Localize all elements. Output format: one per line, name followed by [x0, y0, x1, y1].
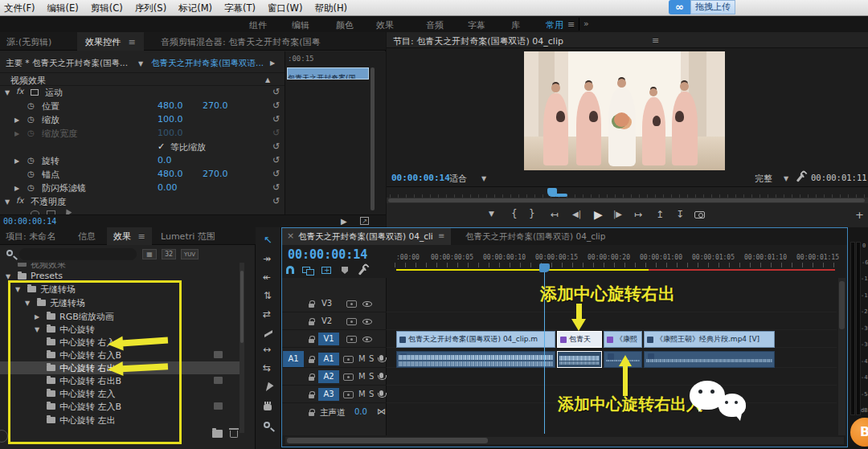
lane-v2[interactable]: [387, 313, 837, 330]
reset-icon[interactable]: ↺: [272, 169, 280, 179]
playback-resolution-select[interactable]: 完整: [755, 173, 772, 185]
lock-icon[interactable]: [309, 412, 314, 416]
panel-menu-icon[interactable]: ≡: [138, 231, 145, 242]
scale-value[interactable]: 100.0: [158, 114, 183, 124]
effect-row-antiflicker[interactable]: ▶ ◷ 防闪烁滤镜 0.00 ↺: [0, 182, 285, 195]
timeline-tab-active[interactable]: × 包青天之开封奇案(国粤双语) 04_clip ≡: [282, 228, 451, 245]
lock-icon[interactable]: [309, 359, 314, 363]
extract-button[interactable]: ↧: [676, 210, 684, 219]
track-header-a3[interactable]: A3 M S: [282, 386, 387, 403]
anchor-x-value[interactable]: 480.0: [158, 169, 183, 179]
program-scrubber[interactable]: [387, 186, 868, 198]
menu-sequence[interactable]: 序列(S): [135, 2, 166, 14]
solo-button[interactable]: S: [369, 355, 374, 363]
mini-clip-bar[interactable]: 包青天之开封奇案(国: [287, 67, 369, 80]
ripple-edit-tool[interactable]: ↞: [263, 272, 271, 282]
lock-icon[interactable]: [309, 377, 314, 381]
program-scrollbar[interactable]: [387, 198, 868, 203]
goto-out-button[interactable]: ↦: [634, 210, 642, 219]
program-timecode[interactable]: 00:00:00:14: [391, 173, 450, 183]
chevron-right-icon[interactable]: ▶: [270, 59, 275, 67]
anchor-y-value[interactable]: 270.0: [203, 169, 228, 179]
scrollbar-handle[interactable]: [287, 438, 488, 443]
program-monitor-title[interactable]: 节目: 包青天之开封奇案(国粤双语) 04_clip: [393, 35, 563, 47]
linked-selection-icon[interactable]: [302, 267, 313, 274]
timeline-clip-video-3[interactable]: 《康熙: [604, 331, 642, 348]
expander-icon[interactable]: ▶: [14, 185, 19, 192]
reset-icon[interactable]: ↺: [272, 87, 280, 97]
scrollbar-handle[interactable]: [388, 198, 865, 202]
effect-row-motion[interactable]: ▼ fx 运动 ↺: [0, 86, 285, 100]
export-frame-button[interactable]: [694, 211, 705, 218]
chevron-down-icon[interactable]: ▼: [784, 175, 788, 182]
antiflicker-value[interactable]: 0.00: [158, 182, 178, 193]
search-input[interactable]: [19, 248, 137, 260]
panel-menu-icon[interactable]: ≡: [129, 37, 136, 47]
eye-icon[interactable]: [362, 319, 372, 325]
track-header-master[interactable]: 主声道 0.0 ⋈: [282, 404, 387, 421]
mute-button[interactable]: M: [358, 355, 366, 363]
workspace-tab-libraries[interactable]: 库: [511, 19, 520, 31]
workspace-tab-color[interactable]: 颜色: [336, 19, 354, 31]
menu-captions[interactable]: 字幕(T): [224, 2, 256, 14]
track-name[interactable]: V3: [321, 299, 332, 308]
mic-icon[interactable]: [379, 390, 383, 396]
selection-tool[interactable]: ↖: [264, 234, 272, 246]
reset-icon[interactable]: ↺: [272, 182, 280, 193]
stopwatch-icon[interactable]: ◷: [27, 115, 35, 124]
slip-tool[interactable]: ↔: [263, 345, 271, 354]
track-target-icon[interactable]: [343, 356, 354, 363]
accelerated-effects-badge[interactable]: ▦: [142, 249, 157, 259]
timeline-timecode[interactable]: 00:00:00:14: [288, 247, 367, 262]
tab-project[interactable]: 项目: 未命名: [6, 231, 55, 243]
timeline-clip-video-1[interactable]: 包青天之开封奇案(国粤双语) 04_clip.m: [396, 331, 555, 348]
zoom-level-select[interactable]: 适合: [449, 173, 467, 185]
razor-tool[interactable]: [264, 330, 272, 337]
timeline-clip-video-2-selected[interactable]: 包青天: [557, 331, 602, 348]
hand-tool[interactable]: [264, 404, 272, 410]
effect-row-uniform-scale[interactable]: ✓ 等比缩放 ↺: [0, 141, 285, 154]
nest-toggle-icon[interactable]: [321, 267, 331, 274]
effect-row-rotation[interactable]: ▶ ◷ 旋转 0.0 ↺: [0, 154, 285, 168]
scrollbar-handle[interactable]: [839, 281, 845, 329]
add-marker-icon[interactable]: [342, 267, 348, 274]
bowtie-keyframe-icon[interactable]: ⋈: [377, 407, 386, 416]
position-x-value[interactable]: 480.0: [158, 100, 183, 111]
workspace-tab-editing[interactable]: 编辑: [292, 19, 309, 31]
eye-icon[interactable]: [362, 337, 372, 342]
timeline-vscrollbar[interactable]: [838, 278, 845, 435]
step-back-button[interactable]: ◀|: [572, 210, 581, 218]
menu-window[interactable]: 窗口(W): [268, 2, 302, 14]
tab-source-monitor[interactable]: 源:(无剪辑): [6, 36, 51, 48]
track-header-a1[interactable]: A1 A1 M S: [282, 351, 387, 368]
track-header-v3[interactable]: V3: [282, 296, 387, 312]
expander-icon[interactable]: ▶: [14, 157, 19, 165]
slide-tool[interactable]: ⇆: [263, 363, 271, 373]
settings-wrench-icon[interactable]: [796, 173, 804, 182]
timeline-hscrollbar[interactable]: [285, 437, 844, 444]
lock-icon[interactable]: [309, 339, 314, 343]
add-marker-button[interactable]: ▼: [489, 210, 494, 218]
stopwatch-icon[interactable]: ◷: [27, 169, 35, 178]
play-button[interactable]: ▶: [594, 208, 603, 221]
timeline-clip-audio-4[interactable]: [644, 351, 775, 368]
32bit-effects-badge[interactable]: 32: [162, 249, 176, 259]
yuv-effects-badge[interactable]: YUV: [181, 249, 199, 259]
expander-icon[interactable]: ▶: [14, 116, 19, 124]
stopwatch-icon[interactable]: ◷: [27, 156, 35, 165]
expander-icon[interactable]: ▼: [5, 89, 10, 96]
timeline-ruler[interactable]: :00:00 00:00:00:05 00:00:00:10 00:00:00:…: [387, 252, 837, 271]
workspace-tab-audio[interactable]: 音频: [426, 19, 444, 31]
goto-in-button[interactable]: ↤: [551, 210, 559, 219]
export-icon[interactable]: ↗: [360, 217, 369, 225]
timeline-tab-inactive[interactable]: 包青天之开封奇案(国粤双语) 04_clip: [465, 231, 605, 243]
tab-effect-controls[interactable]: 效果控件 ≡: [77, 32, 144, 51]
tab-effects[interactable]: 效果 ≡: [107, 227, 152, 245]
lane-a2[interactable]: [387, 369, 837, 386]
position-y-value[interactable]: 270.0: [203, 100, 228, 111]
stopwatch-icon[interactable]: ◷: [27, 101, 35, 110]
effect-controls-timecode[interactable]: 00:00:00:14: [3, 217, 56, 226]
lock-icon[interactable]: [309, 321, 314, 325]
track-header-v2[interactable]: V2: [282, 313, 387, 330]
track-target-icon[interactable]: [346, 300, 357, 308]
